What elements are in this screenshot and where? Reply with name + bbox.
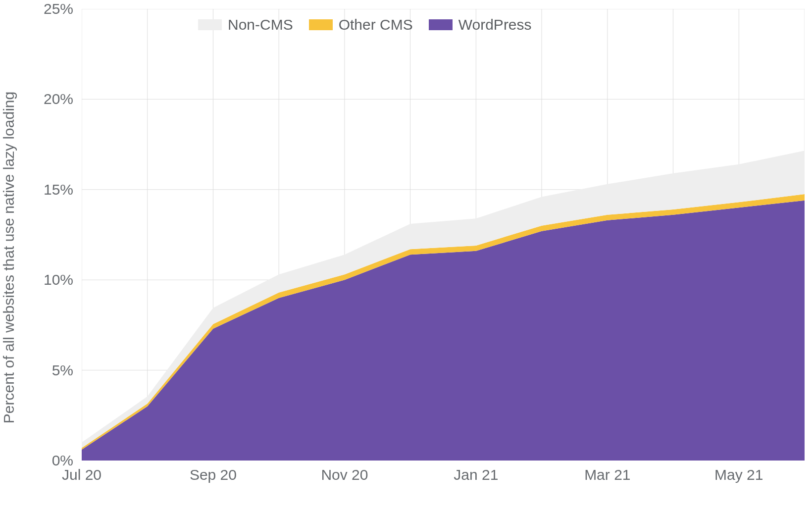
legend-item-other-cms: Other CMS — [309, 16, 413, 33]
y-tick-label: 5% — [52, 362, 73, 379]
y-tick-label: 20% — [44, 91, 73, 107]
legend-label: WordPress — [458, 16, 532, 33]
y-tick-label: 15% — [44, 181, 73, 198]
x-axis-tick-labels: Jul 20Sep 20Nov 20Jan 21Mar 21May 21 — [82, 466, 805, 486]
legend-item-non-cms: Non-CMS — [198, 16, 293, 33]
x-tick-label: Jul 20 — [62, 466, 102, 483]
legend-swatch — [429, 19, 453, 30]
plot-area — [82, 9, 805, 461]
legend-label: Non-CMS — [228, 16, 293, 33]
x-tick-label: Jan 21 — [454, 466, 498, 483]
legend-swatch — [198, 19, 222, 30]
legend-swatch — [309, 19, 333, 30]
chart-container: Percent of all websites that use native … — [0, 0, 812, 515]
y-tick-label: 10% — [44, 271, 73, 288]
x-tick-label: May 21 — [714, 466, 763, 483]
x-tick-label: Nov 20 — [321, 466, 368, 483]
legend-label: Other CMS — [339, 16, 413, 33]
y-axis-tick-labels: 0%5%10%15%20%25% — [0, 9, 79, 461]
legend: Non-CMSOther CMSWordPress — [198, 16, 532, 33]
x-tick-label: Sep 20 — [190, 466, 237, 483]
legend-item-wordpress: WordPress — [429, 16, 532, 33]
x-tick-label: Mar 21 — [584, 466, 630, 483]
y-tick-label: 25% — [44, 0, 73, 17]
chart-svg — [82, 9, 805, 461]
